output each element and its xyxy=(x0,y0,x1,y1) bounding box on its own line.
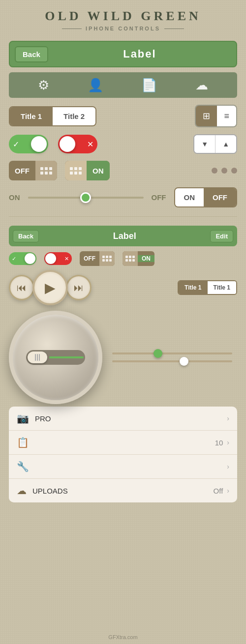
sub-title-line: IPHONE CONTROLS xyxy=(0,26,246,31)
slider-on-label: ON xyxy=(9,193,20,202)
document-tab-icon[interactable]: 📄 xyxy=(141,78,157,93)
small-x-icon: ✕ xyxy=(64,256,69,262)
settings-area: 📷 PRO › 📋 10 › 🔧 › ☁ UPLOADS Off › xyxy=(9,407,237,502)
pill-row: OFF ON xyxy=(9,161,237,180)
person-tab-icon[interactable]: 👤 xyxy=(88,78,103,93)
segment-btn-title2[interactable]: Title 2 xyxy=(53,107,95,125)
grid-view-btn[interactable]: ⊞ xyxy=(196,106,217,126)
arrow-down-btn[interactable]: ▼ xyxy=(194,135,215,153)
segment-btn-title1[interactable]: Title 1 xyxy=(10,107,53,125)
tab-bar: ⚙ 👤 📄 ☁ xyxy=(9,72,237,98)
toggle-off[interactable]: ✕ xyxy=(58,135,97,153)
title-line-left xyxy=(62,29,82,29)
off-btn[interactable]: OFF xyxy=(204,188,236,206)
dot-grid-off xyxy=(40,167,52,175)
settings-row-pro[interactable]: 📷 PRO › xyxy=(9,407,237,431)
settings-arrow-10: › xyxy=(227,439,229,446)
big-knob[interactable] xyxy=(9,311,102,404)
knob-line-3 xyxy=(39,354,40,361)
settings-icon-pro: 📷 xyxy=(17,412,29,424)
small-check-icon: ✓ xyxy=(12,256,16,262)
watermark: GFXtra.com xyxy=(108,634,137,640)
on-btn[interactable]: ON xyxy=(175,188,204,206)
pill-on-label: ON xyxy=(87,161,110,180)
three-dots xyxy=(212,168,237,174)
small-nav-edit-button[interactable]: Edit xyxy=(210,230,233,242)
right-slider-thumb-2 xyxy=(180,357,188,366)
rewind-btn[interactable]: ⏮ xyxy=(9,275,34,300)
x-icon: ✕ xyxy=(87,140,93,149)
separator xyxy=(9,216,237,217)
big-slider-area xyxy=(9,313,237,402)
settings-icon-uploads: ☁ xyxy=(17,485,27,497)
settings-arrow-blank: › xyxy=(227,463,229,470)
toggles-row: ✓ ✕ ▼ ▲ xyxy=(9,134,237,154)
settings-row-blank[interactable]: 🔧 › xyxy=(9,455,237,479)
main-title: OLD WILD GREEN xyxy=(0,9,246,24)
small-segment-control: Title 1 Title 1 xyxy=(178,280,237,295)
arrows-control: ▼ ▲ xyxy=(193,134,237,154)
fast-forward-btn[interactable]: ⏭ xyxy=(66,275,92,300)
small-toggle-on[interactable]: ✓ xyxy=(9,252,36,265)
settings-tab-icon[interactable]: ⚙ xyxy=(38,78,49,93)
pill-off-label: OFF xyxy=(9,167,35,175)
right-slider-track-2[interactable] xyxy=(112,360,232,362)
onoff-group: ON OFF xyxy=(174,187,238,207)
media-player: ⏮ ▶ ⏭ xyxy=(9,270,92,305)
segment-control: Title 1 Title 2 xyxy=(9,106,96,126)
pill-on-dots xyxy=(65,161,87,180)
right-slider-2 xyxy=(112,360,232,362)
nav-back-button[interactable]: Back xyxy=(15,46,48,62)
nav-bar: Back Label xyxy=(9,41,237,67)
arrow-up-btn[interactable]: ▲ xyxy=(215,135,236,153)
right-slider-thumb-1 xyxy=(154,349,162,358)
settings-row-uploads[interactable]: ☁ UPLOADS Off › xyxy=(9,479,237,502)
dot-3 xyxy=(231,168,237,174)
small-pill-on-dots xyxy=(123,251,138,266)
small-toggles-and-pills: ✓ ✕ OFF ON xyxy=(9,251,237,266)
small-pill-on[interactable]: ON xyxy=(123,251,154,266)
right-controls: Title 1 Title 1 xyxy=(178,270,237,305)
dot-2 xyxy=(221,168,227,174)
slider-off-label: OFF xyxy=(152,193,166,202)
knob-inner xyxy=(26,350,85,365)
subtitle: IPHONE CONTROLS xyxy=(86,26,160,31)
right-slider-track-1[interactable] xyxy=(112,352,232,354)
settings-arrow-uploads: › xyxy=(227,487,229,495)
small-seg-btn-1[interactable]: Title 1 xyxy=(179,281,207,294)
settings-value-10: 10 xyxy=(215,439,223,447)
toggle-knob-on xyxy=(31,136,47,152)
knob-line-2 xyxy=(37,354,38,361)
small-dot-grid-on xyxy=(125,256,135,262)
view-toggle: ⊞ ≡ xyxy=(195,105,237,127)
pill-off[interactable]: OFF xyxy=(9,161,57,180)
right-slider-1 xyxy=(112,352,232,354)
dot-1 xyxy=(212,168,217,174)
small-nav-back-button[interactable]: Back xyxy=(13,230,39,242)
small-dot-grid-off xyxy=(102,256,112,262)
small-pill-on-label: ON xyxy=(138,255,154,262)
play-btn[interactable]: ▶ xyxy=(32,270,68,305)
settings-text-pro: PRO xyxy=(35,414,227,423)
nav-label: Label xyxy=(48,48,231,60)
small-knob-on xyxy=(25,253,35,264)
small-nav-label: Label xyxy=(43,231,206,241)
small-pill-off[interactable]: OFF xyxy=(80,251,115,266)
cloud-tab-icon[interactable]: ☁ xyxy=(195,78,208,93)
list-view-btn[interactable]: ≡ xyxy=(217,106,236,126)
settings-row-10[interactable]: 📋 10 › xyxy=(9,431,237,455)
dot-grid-on xyxy=(70,167,82,175)
toggle-on[interactable]: ✓ xyxy=(9,135,48,153)
title-line-right xyxy=(164,29,184,29)
small-toggle-off[interactable]: ✕ xyxy=(44,252,72,265)
knob-track xyxy=(49,356,84,358)
knob-line-1 xyxy=(35,354,36,361)
pill-on[interactable]: ON xyxy=(65,161,110,180)
settings-text-uploads: UPLOADS xyxy=(32,487,214,495)
slider-track[interactable] xyxy=(28,197,144,199)
small-seg-btn-2[interactable]: Title 1 xyxy=(208,281,236,294)
small-pill-off-dots xyxy=(99,251,115,266)
toggle-knob-off xyxy=(60,136,75,152)
settings-icon-10: 📋 xyxy=(17,437,29,448)
settings-value-uploads: Off xyxy=(214,487,223,495)
